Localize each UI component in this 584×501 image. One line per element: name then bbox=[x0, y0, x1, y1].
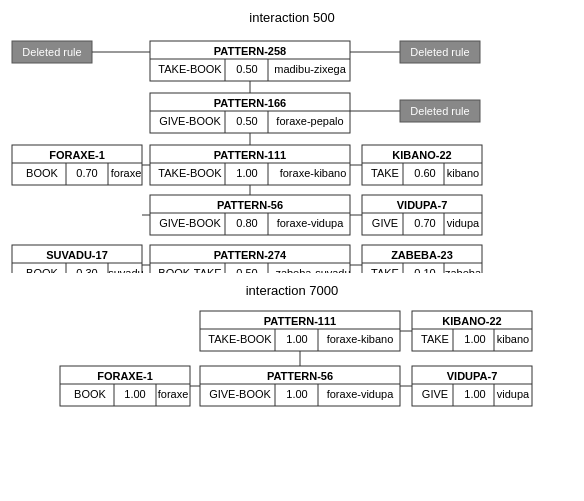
suvadu17-cell3: suvadu bbox=[108, 267, 143, 273]
pattern-274-cell3: zabeba-suvadu bbox=[275, 267, 350, 273]
foraxe1-cell2: 0.70 bbox=[76, 167, 97, 179]
zabeba23-cell1: TAKE bbox=[371, 267, 399, 273]
7000-pattern-111-title: PATTERN-111 bbox=[264, 315, 336, 327]
interaction-7000-diagram: PATTERN-111 TAKE-BOOK 1.00 foraxe-kibano… bbox=[10, 306, 574, 446]
pattern-166-cell2: 0.50 bbox=[236, 115, 257, 127]
pattern-56-title: PATTERN-56 bbox=[217, 199, 283, 211]
pattern-258-cell2: 0.50 bbox=[236, 63, 257, 75]
pattern-111-cell3: foraxe-kibano bbox=[280, 167, 347, 179]
kibano22-cell3: kibano bbox=[447, 167, 479, 179]
7000-vidupa7-cell3: vidupa bbox=[497, 388, 530, 400]
foraxe1-title: FORAXE-1 bbox=[49, 149, 105, 161]
7000-kibano22-cell1: TAKE bbox=[421, 333, 449, 345]
7000-foraxe1-cell1: BOOK bbox=[74, 388, 106, 400]
interaction-500-section: interaction 500 Deleted rule PATTERN-258… bbox=[10, 10, 574, 273]
foraxe1-cell3: foraxe bbox=[111, 167, 142, 179]
7000-kibano22-cell2: 1.00 bbox=[464, 333, 485, 345]
pattern-166-cell3: foraxe-pepalo bbox=[276, 115, 343, 127]
interaction-500-title: interaction 500 bbox=[10, 10, 574, 25]
foraxe1-cell1: BOOK bbox=[26, 167, 58, 179]
kibano22-title: KIBANO-22 bbox=[392, 149, 451, 161]
vidupa7-cell3: vidupa bbox=[447, 217, 480, 229]
7000-pattern-56-title: PATTERN-56 bbox=[267, 370, 333, 382]
7000-pattern-111-cell3: foraxe-kibano bbox=[327, 333, 394, 345]
svg-line-54 bbox=[142, 185, 150, 215]
7000-foraxe1-cell3: foraxe bbox=[158, 388, 189, 400]
suvadu17-title: SUVADU-17 bbox=[46, 249, 108, 261]
vidupa7-title: VIDUPA-7 bbox=[397, 199, 448, 211]
pattern-111-cell1: TAKE-BOOK bbox=[158, 167, 222, 179]
7000-pattern-56-cell2: 1.00 bbox=[286, 388, 307, 400]
zabeba23-title: ZABEBA-23 bbox=[391, 249, 453, 261]
vidupa7-cell2: 0.70 bbox=[414, 217, 435, 229]
pattern-111-cell2: 1.00 bbox=[236, 167, 257, 179]
interaction-7000-section: interaction 7000 PATTERN-111 TAKE-BOOK 1… bbox=[10, 283, 574, 446]
7000-vidupa7-cell2: 1.00 bbox=[464, 388, 485, 400]
pattern-274-cell2: 0.50 bbox=[236, 267, 257, 273]
deleted-rule-1: Deleted rule bbox=[22, 46, 81, 58]
pattern-274-title: PATTERN-274 bbox=[214, 249, 287, 261]
deleted-rule-3: Deleted rule bbox=[410, 105, 469, 117]
7000-vidupa7-title: VIDUPA-7 bbox=[447, 370, 498, 382]
suvadu17-cell2: 0.30 bbox=[76, 267, 97, 273]
7000-kibano22-cell3: kibano bbox=[497, 333, 529, 345]
pattern-258-cell1: TAKE-BOOK bbox=[158, 63, 222, 75]
kibano22-cell1: TAKE bbox=[371, 167, 399, 179]
7000-foraxe1-title: FORAXE-1 bbox=[97, 370, 153, 382]
pattern-274-cell1: BOOK-TAKE bbox=[158, 267, 221, 273]
kibano22-cell2: 0.60 bbox=[414, 167, 435, 179]
pattern-258-cell3: madibu-zixega bbox=[274, 63, 346, 75]
7000-kibano22-title: KIBANO-22 bbox=[442, 315, 501, 327]
pattern-56-cell2: 0.80 bbox=[236, 217, 257, 229]
pattern-166-title: PATTERN-166 bbox=[214, 97, 286, 109]
7000-pattern-111-cell1: TAKE-BOOK bbox=[208, 333, 272, 345]
7000-pattern-56-cell1: GIVE-BOOK bbox=[209, 388, 271, 400]
vidupa7-cell1: GIVE bbox=[372, 217, 398, 229]
7000-pattern-111-cell2: 1.00 bbox=[286, 333, 307, 345]
suvadu17-cell1: BOOK bbox=[26, 267, 58, 273]
zabeba23-cell2: 0.10 bbox=[414, 267, 435, 273]
7000-vidupa7-cell1: GIVE bbox=[422, 388, 448, 400]
pattern-111-title: PATTERN-111 bbox=[214, 149, 286, 161]
interaction-500-diagram: Deleted rule PATTERN-258 TAKE-BOOK 0.50 … bbox=[10, 33, 574, 273]
pattern-56-cell3: foraxe-vidupa bbox=[277, 217, 345, 229]
pattern-56-cell1: GIVE-BOOK bbox=[159, 217, 221, 229]
interaction-7000-title: interaction 7000 bbox=[10, 283, 574, 298]
deleted-rule-2: Deleted rule bbox=[410, 46, 469, 58]
pattern-258-title: PATTERN-258 bbox=[214, 45, 286, 57]
pattern-166-cell1: GIVE-BOOK bbox=[159, 115, 221, 127]
7000-foraxe1-cell2: 1.00 bbox=[124, 388, 145, 400]
zabeba23-cell3: zabeba bbox=[445, 267, 482, 273]
7000-pattern-56-cell3: foraxe-vidupa bbox=[327, 388, 395, 400]
